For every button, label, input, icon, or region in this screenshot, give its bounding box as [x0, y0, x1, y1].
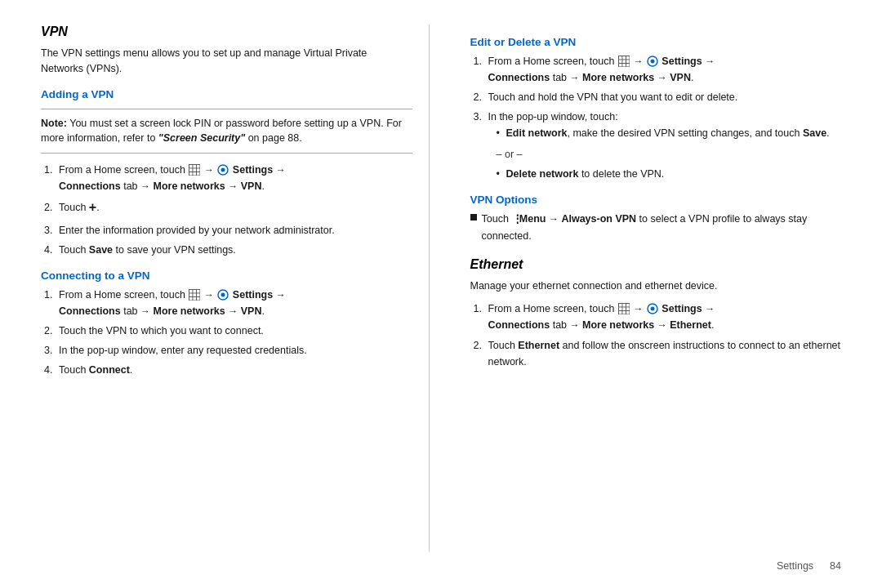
vpn-options-title: VPN Options: [470, 194, 842, 206]
sub-list-2: Delete network to delete the VPN.: [497, 166, 842, 182]
vpn-description: The VPN settings menu allows you to set …: [41, 46, 412, 77]
ethernet-description: Manage your ethernet connection and ethe…: [470, 278, 842, 294]
adding-vpn-title: Adding a VPN: [41, 88, 412, 100]
connecting-step-4: Touch Connect.: [56, 362, 412, 378]
settings-icon-3: [647, 56, 658, 67]
adding-step-2: Touch +.: [56, 198, 412, 219]
adding-step-1: From a Home screen, touch → Settings → C…: [56, 162, 412, 194]
svg-point-3: [221, 292, 225, 296]
right-column: Edit or Delete a VPN From a Home screen,…: [462, 24, 842, 552]
grid-icon-4: [618, 303, 630, 314]
settings-icon-2: [217, 289, 229, 301]
sub-list-1: Edit network, make the desired VPN setti…: [497, 125, 842, 141]
footer-label: Settings: [777, 560, 813, 572]
ethernet-steps-list: From a Home screen, touch → Settings → C…: [485, 301, 842, 369]
vpn-options-item: Touch ⋮ Menu → Always-on VPN to select a…: [470, 211, 842, 244]
connecting-step-2: Touch the VPN to which you want to conne…: [56, 323, 412, 339]
note-body: You must set a screen lock PIN or passwo…: [41, 118, 402, 145]
edit-steps-list: From a Home screen, touch → Settings → C…: [485, 53, 842, 182]
delete-network-item: Delete network to delete the VPN.: [497, 166, 842, 182]
note-link: "Screen Security": [158, 132, 245, 144]
page: VPN The VPN settings menu allows you to …: [0, 0, 882, 588]
adding-steps-list: From a Home screen, touch → Settings → C…: [56, 162, 412, 258]
ethernet-step-2: Touch Ethernet and follow the onscreen i…: [485, 337, 842, 370]
settings-icon-4: [647, 303, 658, 314]
grid-icon-3: [618, 56, 630, 67]
note-label: Note:: [41, 118, 67, 129]
ethernet-step-1: From a Home screen, touch → Settings → C…: [485, 301, 842, 333]
ethernet-title: Ethernet: [470, 257, 842, 272]
edit-step-2: Touch and hold the VPN that you want to …: [485, 89, 842, 105]
svg-point-7: [650, 306, 654, 310]
edit-delete-title: Edit or Delete a VPN: [470, 36, 842, 48]
or-divider: – or –: [497, 146, 842, 163]
svg-point-5: [650, 59, 654, 63]
grid-icon-2: [189, 289, 200, 301]
note-box: Note: You must set a screen lock PIN or …: [41, 109, 412, 154]
footer-page: 84: [830, 560, 841, 572]
vpn-title: VPN: [41, 24, 412, 39]
grid-icon: [189, 164, 200, 176]
square-bullet-icon: [470, 214, 477, 220]
connecting-vpn-title: Connecting to a VPN: [41, 270, 412, 282]
connecting-step-1: From a Home screen, touch → Settings → C…: [56, 287, 412, 319]
edit-step-1: From a Home screen, touch → Settings → C…: [485, 53, 842, 86]
footer-text: Settings 84: [777, 560, 841, 572]
adding-step-4: Touch Save to save your VPN settings.: [56, 242, 412, 258]
adding-step-3: Enter the information provided by your n…: [56, 222, 412, 238]
left-column: VPN The VPN settings menu allows you to …: [41, 24, 430, 552]
svg-point-1: [221, 167, 225, 172]
plus-icon: +: [89, 197, 96, 218]
edit-step-3: In the pop-up window, touch: Edit networ…: [485, 109, 842, 182]
connecting-step-3: In the pop-up window, enter any requeste…: [56, 342, 412, 359]
edit-network-item: Edit network, make the desired VPN setti…: [497, 125, 842, 141]
connecting-steps-list: From a Home screen, touch → Settings → C…: [56, 287, 412, 378]
content-area: VPN The VPN settings menu allows you to …: [41, 24, 841, 552]
vpn-options-text: Touch ⋮ Menu → Always-on VPN to select a…: [482, 211, 842, 244]
settings-icon: [217, 164, 229, 176]
footer: Settings 84: [41, 552, 841, 572]
